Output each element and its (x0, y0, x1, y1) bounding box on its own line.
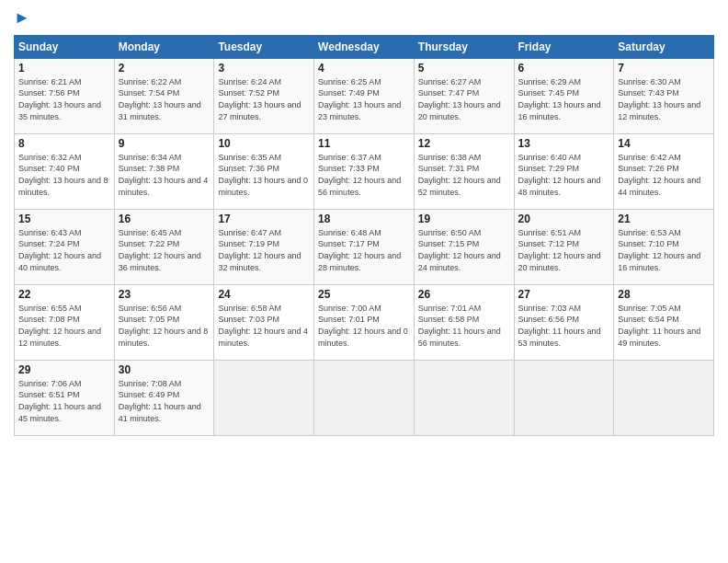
calendar-cell (414, 360, 514, 435)
calendar-cell: 3 Sunrise: 6:24 AM Sunset: 7:52 PM Dayli… (214, 58, 314, 133)
day-number: 21 (618, 213, 710, 225)
weekday-header-tuesday: Tuesday (214, 35, 314, 58)
day-info: Sunrise: 7:08 AM Sunset: 6:49 PM Dayligh… (119, 378, 210, 424)
day-number: 20 (518, 213, 610, 225)
calendar-cell: 28 Sunrise: 7:05 AM Sunset: 6:54 PM Dayl… (614, 284, 714, 360)
day-info: Sunrise: 6:56 AM Sunset: 7:05 PM Dayligh… (119, 303, 210, 349)
day-number: 12 (418, 137, 510, 150)
calendar-cell (514, 360, 614, 435)
calendar-cell: 4 Sunrise: 6:25 AM Sunset: 7:49 PM Dayli… (314, 58, 415, 133)
day-number: 13 (518, 137, 610, 150)
weekday-header-wednesday: Wednesday (314, 35, 415, 58)
calendar-cell: 27 Sunrise: 7:03 AM Sunset: 6:56 PM Dayl… (514, 284, 614, 360)
day-number: 11 (318, 137, 410, 150)
day-info: Sunrise: 6:32 AM Sunset: 7:40 PM Dayligh… (18, 152, 110, 198)
calendar-cell: 12 Sunrise: 6:38 AM Sunset: 7:31 PM Dayl… (414, 133, 514, 209)
calendar-cell (214, 360, 314, 435)
day-number: 1 (18, 62, 110, 75)
calendar-cell: 9 Sunrise: 6:34 AM Sunset: 7:38 PM Dayli… (114, 133, 214, 209)
day-number: 14 (618, 137, 710, 150)
day-info: Sunrise: 6:35 AM Sunset: 7:36 PM Dayligh… (218, 152, 310, 198)
page-header: ► (14, 9, 714, 28)
day-info: Sunrise: 6:58 AM Sunset: 7:03 PM Dayligh… (218, 303, 310, 349)
day-number: 7 (618, 62, 710, 75)
calendar-cell: 2 Sunrise: 6:22 AM Sunset: 7:54 PM Dayli… (114, 58, 214, 133)
calendar-cell: 15 Sunrise: 6:43 AM Sunset: 7:24 PM Dayl… (15, 209, 115, 284)
day-info: Sunrise: 6:38 AM Sunset: 7:31 PM Dayligh… (418, 152, 510, 198)
calendar-cell: 23 Sunrise: 6:56 AM Sunset: 7:05 PM Dayl… (114, 284, 214, 360)
calendar-cell: 11 Sunrise: 6:37 AM Sunset: 7:33 PM Dayl… (314, 133, 415, 209)
day-info: Sunrise: 7:00 AM Sunset: 7:01 PM Dayligh… (318, 303, 410, 349)
day-info: Sunrise: 6:42 AM Sunset: 7:26 PM Dayligh… (618, 152, 710, 198)
day-info: Sunrise: 6:22 AM Sunset: 7:54 PM Dayligh… (119, 76, 210, 122)
day-info: Sunrise: 6:51 AM Sunset: 7:12 PM Dayligh… (518, 227, 610, 273)
calendar-week-1: 1 Sunrise: 6:21 AM Sunset: 7:56 PM Dayli… (15, 58, 714, 133)
calendar-cell: 5 Sunrise: 6:27 AM Sunset: 7:47 PM Dayli… (414, 58, 514, 133)
weekday-header-thursday: Thursday (414, 35, 514, 58)
day-info: Sunrise: 6:55 AM Sunset: 7:08 PM Dayligh… (18, 303, 110, 349)
calendar-week-5: 29 Sunrise: 7:06 AM Sunset: 6:51 PM Dayl… (15, 360, 714, 435)
calendar-cell: 16 Sunrise: 6:45 AM Sunset: 7:22 PM Dayl… (114, 209, 214, 284)
calendar-week-3: 15 Sunrise: 6:43 AM Sunset: 7:24 PM Dayl… (15, 209, 714, 284)
day-number: 24 (218, 288, 310, 301)
day-number: 22 (18, 288, 110, 301)
weekday-header-row: SundayMondayTuesdayWednesdayThursdayFrid… (15, 35, 714, 58)
calendar-cell: 20 Sunrise: 6:51 AM Sunset: 7:12 PM Dayl… (514, 209, 614, 284)
day-number: 18 (318, 213, 410, 225)
day-info: Sunrise: 6:47 AM Sunset: 7:19 PM Dayligh… (218, 227, 310, 273)
calendar-cell: 13 Sunrise: 6:40 AM Sunset: 7:29 PM Dayl… (514, 133, 614, 209)
calendar-week-2: 8 Sunrise: 6:32 AM Sunset: 7:40 PM Dayli… (15, 133, 714, 209)
day-number: 25 (318, 288, 410, 301)
calendar-cell: 25 Sunrise: 7:00 AM Sunset: 7:01 PM Dayl… (314, 284, 415, 360)
day-info: Sunrise: 6:37 AM Sunset: 7:33 PM Dayligh… (318, 152, 410, 198)
day-number: 9 (119, 137, 210, 150)
calendar-table: SundayMondayTuesdayWednesdayThursdayFrid… (14, 35, 714, 436)
day-number: 8 (18, 137, 110, 150)
day-number: 23 (119, 288, 210, 301)
day-info: Sunrise: 7:03 AM Sunset: 6:56 PM Dayligh… (518, 303, 610, 349)
day-info: Sunrise: 6:34 AM Sunset: 7:38 PM Dayligh… (119, 152, 210, 198)
day-number: 26 (418, 288, 510, 301)
weekday-header-friday: Friday (514, 35, 614, 58)
calendar-cell: 21 Sunrise: 6:53 AM Sunset: 7:10 PM Dayl… (614, 209, 714, 284)
day-number: 28 (618, 288, 710, 301)
calendar-cell: 17 Sunrise: 6:47 AM Sunset: 7:19 PM Dayl… (214, 209, 314, 284)
day-number: 10 (218, 137, 310, 150)
calendar-cell: 6 Sunrise: 6:29 AM Sunset: 7:45 PM Dayli… (514, 58, 614, 133)
calendar-cell: 22 Sunrise: 6:55 AM Sunset: 7:08 PM Dayl… (15, 284, 115, 360)
day-info: Sunrise: 6:21 AM Sunset: 7:56 PM Dayligh… (18, 76, 110, 122)
calendar-week-4: 22 Sunrise: 6:55 AM Sunset: 7:08 PM Dayl… (15, 284, 714, 360)
calendar-cell: 8 Sunrise: 6:32 AM Sunset: 7:40 PM Dayli… (15, 133, 115, 209)
day-info: Sunrise: 7:06 AM Sunset: 6:51 PM Dayligh… (18, 378, 110, 424)
day-info: Sunrise: 6:48 AM Sunset: 7:17 PM Dayligh… (318, 227, 410, 273)
calendar-cell: 18 Sunrise: 6:48 AM Sunset: 7:17 PM Dayl… (314, 209, 415, 284)
weekday-header-saturday: Saturday (614, 35, 714, 58)
day-number: 6 (518, 62, 610, 75)
day-number: 19 (418, 213, 510, 225)
day-number: 3 (218, 62, 310, 75)
day-number: 5 (418, 62, 510, 75)
day-number: 4 (318, 62, 410, 75)
calendar-cell: 1 Sunrise: 6:21 AM Sunset: 7:56 PM Dayli… (15, 58, 115, 133)
calendar-cell (614, 360, 714, 435)
weekday-header-monday: Monday (114, 35, 214, 58)
day-number: 29 (18, 363, 110, 376)
day-number: 17 (218, 213, 310, 225)
day-number: 15 (18, 213, 110, 225)
weekday-header-sunday: Sunday (15, 35, 115, 58)
day-info: Sunrise: 6:29 AM Sunset: 7:45 PM Dayligh… (518, 76, 610, 122)
calendar-cell: 7 Sunrise: 6:30 AM Sunset: 7:43 PM Dayli… (614, 58, 714, 133)
calendar-cell: 26 Sunrise: 7:01 AM Sunset: 6:58 PM Dayl… (414, 284, 514, 360)
day-info: Sunrise: 6:27 AM Sunset: 7:47 PM Dayligh… (418, 76, 510, 122)
calendar-cell: 30 Sunrise: 7:08 AM Sunset: 6:49 PM Dayl… (114, 360, 214, 435)
calendar-cell: 10 Sunrise: 6:35 AM Sunset: 7:36 PM Dayl… (214, 133, 314, 209)
day-number: 27 (518, 288, 610, 301)
day-info: Sunrise: 6:50 AM Sunset: 7:15 PM Dayligh… (418, 227, 510, 273)
day-info: Sunrise: 6:40 AM Sunset: 7:29 PM Dayligh… (518, 152, 610, 198)
day-info: Sunrise: 6:30 AM Sunset: 7:43 PM Dayligh… (618, 76, 710, 122)
day-info: Sunrise: 6:25 AM Sunset: 7:49 PM Dayligh… (318, 76, 410, 122)
calendar-cell (314, 360, 415, 435)
day-number: 2 (119, 62, 210, 75)
day-number: 16 (119, 213, 210, 225)
logo: ► (14, 9, 30, 28)
